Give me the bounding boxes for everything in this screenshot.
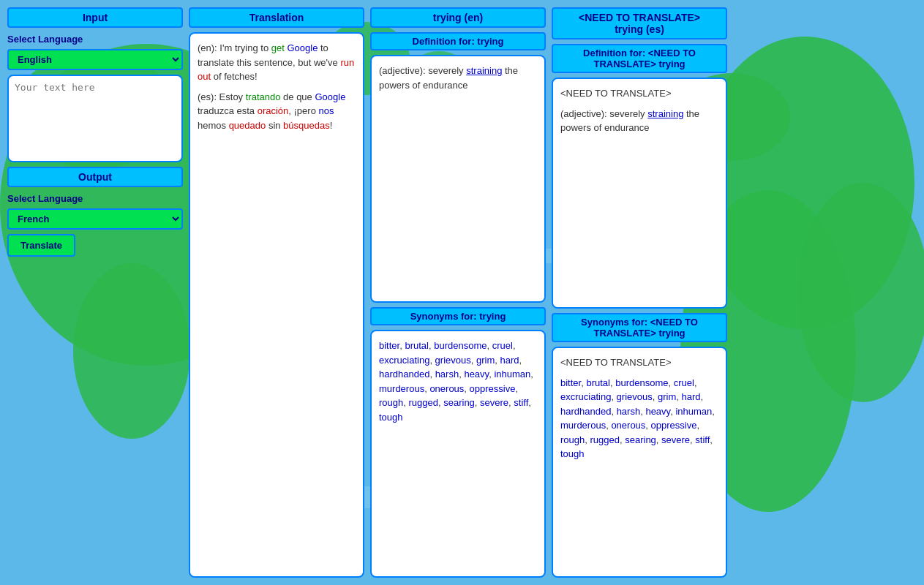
- needing-definition-label: <NEED TO TRANSLATE>: [560, 86, 718, 101]
- needing-definition-header: Definition for: <NEED TO TRANSLATE> tryi…: [552, 44, 727, 73]
- needing-definition-content-box: <NEED TO TRANSLATE> (adjective): severel…: [552, 78, 727, 309]
- output-language-select[interactable]: French English Spanish German: [7, 208, 183, 230]
- translation-panel: Translation (en): I'm trying to get Goog…: [189, 7, 364, 578]
- needing-title-line2: trying (es): [615, 23, 664, 35]
- needing-synonyms-content-box: <NEED TO TRANSLATE> bitter, brutal, burd…: [552, 347, 727, 578]
- input-title: Input: [7, 7, 183, 28]
- needing-synonyms-header: Synonyms for: <NEED TO TRANSLATE> trying: [552, 313, 727, 342]
- needing-title-line1: <NEED TO TRANSLATE>: [579, 12, 700, 23]
- needing-synonyms-label: <NEED TO TRANSLATE>: [560, 355, 718, 370]
- translate-button[interactable]: Translate: [7, 234, 75, 257]
- translation-en-text: (en): I'm trying to get Google to transl…: [198, 41, 356, 84]
- input-language-select[interactable]: English French Spanish German: [7, 49, 183, 70]
- definition-text: (adjective): severely straining the powe…: [379, 64, 537, 92]
- synonyms-header: Synonyms for: trying: [370, 307, 546, 325]
- synonyms-content-box: bitter, brutal, burdensome, cruel, excru…: [370, 330, 546, 578]
- definition-header: Definition for: trying: [370, 32, 546, 50]
- synonyms-text: bitter, brutal, burdensome, cruel, excru…: [379, 339, 537, 424]
- needing-title: <NEED TO TRANSLATE> trying (es): [552, 7, 727, 39]
- needing-definition-text: (adjective): severely straining the powe…: [560, 107, 718, 135]
- needing-synonyms-text: bitter, brutal, burdensome, cruel, excru…: [560, 376, 718, 461]
- needing-panel: <NEED TO TRANSLATE> trying (es) Definiti…: [552, 7, 727, 578]
- definition-content-box: (adjective): severely straining the powe…: [370, 55, 546, 303]
- text-input[interactable]: [7, 75, 183, 162]
- word-title: trying (en): [370, 7, 546, 28]
- word-panel: trying (en) Definition for: trying (adje…: [370, 7, 546, 578]
- input-select-language-label: Select Language: [7, 34, 183, 45]
- translation-es-text: (es): Estoy tratando de que Google tradu…: [198, 90, 356, 133]
- translation-title: Translation: [189, 7, 364, 28]
- translation-content-box: (en): I'm trying to get Google to transl…: [189, 32, 364, 578]
- output-select-language-label: Select Language: [7, 193, 183, 204]
- output-title: Output: [7, 167, 183, 187]
- input-panel: Input Select Language English French Spa…: [7, 7, 183, 578]
